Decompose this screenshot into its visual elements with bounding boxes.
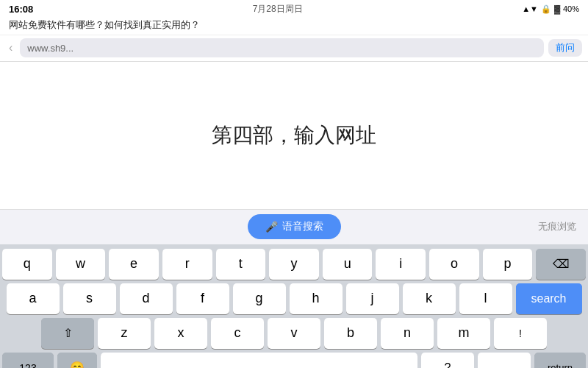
key-u[interactable]: u xyxy=(323,249,373,280)
keyboard-row-3: ⇧ z x c v b n m ! xyxy=(2,318,586,349)
page-title: 网站免费软件有哪些？如何找到真正实用的？ xyxy=(9,19,579,32)
keyboard-row-1: q w e r t y u i o p ⌫ xyxy=(2,249,586,280)
status-indicators: ▲▼ 🔒 ▓ 40% xyxy=(522,4,579,14)
numbers-key[interactable]: 123 xyxy=(2,353,54,368)
url-text: www.sh9... xyxy=(27,43,74,54)
incognito-label: 无痕浏览 xyxy=(538,220,576,233)
address-bar: ‹ www.sh9... 前问 xyxy=(0,35,588,62)
key-g[interactable]: g xyxy=(233,283,286,314)
emoji-key[interactable]: 😊 xyxy=(57,353,97,368)
key-z[interactable]: z xyxy=(98,318,151,349)
key-s[interactable]: s xyxy=(63,283,116,314)
battery-icon: ▓ xyxy=(554,4,560,13)
keyboard-row-4: 123 😊 ? . return xyxy=(2,353,586,368)
voice-search-button[interactable]: 🎤 语音搜索 xyxy=(248,214,341,239)
key-y[interactable]: y xyxy=(269,249,319,280)
voice-search-label: 语音搜索 xyxy=(282,220,323,233)
microphone-icon: 🎤 xyxy=(265,221,278,233)
return-key[interactable]: return xyxy=(534,353,586,368)
toolbar: 🎤 语音搜索 无痕浏览 xyxy=(0,209,588,244)
key-r[interactable]: r xyxy=(162,249,212,280)
key-i[interactable]: i xyxy=(376,249,426,280)
main-content: 第四部，输入网址 xyxy=(0,62,588,209)
key-h[interactable]: h xyxy=(290,283,343,314)
address-action-button[interactable]: 前问 xyxy=(548,39,582,57)
main-heading: 第四部，输入网址 xyxy=(212,121,376,149)
battery-label: 40% xyxy=(563,4,579,13)
key-n[interactable]: n xyxy=(381,318,434,349)
key-m[interactable]: m xyxy=(437,318,490,349)
question-key[interactable]: ? xyxy=(421,353,474,368)
key-w[interactable]: w xyxy=(56,249,106,280)
key-a[interactable]: a xyxy=(7,283,60,314)
delete-key[interactable]: ⌫ xyxy=(536,249,586,280)
lock-icon: 🔒 xyxy=(541,4,551,14)
period-key[interactable]: . xyxy=(478,353,531,368)
key-c[interactable]: c xyxy=(211,318,264,349)
key-exclamation[interactable]: ! xyxy=(494,318,547,349)
key-o[interactable]: o xyxy=(429,249,479,280)
shift-key[interactable]: ⇧ xyxy=(41,318,94,349)
key-l[interactable]: l xyxy=(459,283,512,314)
key-q[interactable]: q xyxy=(2,249,52,280)
key-x[interactable]: x xyxy=(154,318,207,349)
search-key[interactable]: search xyxy=(516,283,582,314)
back-button[interactable]: ‹ xyxy=(6,38,15,57)
key-k[interactable]: k xyxy=(403,283,456,314)
space-key[interactable] xyxy=(101,353,417,368)
signal-icon: ▲▼ xyxy=(522,4,538,13)
status-date: 7月28日周日 xyxy=(253,3,303,15)
key-d[interactable]: d xyxy=(120,283,173,314)
keyboard-row-2: a s d f g h j k l search xyxy=(2,283,586,314)
key-v[interactable]: v xyxy=(268,318,320,349)
key-f[interactable]: f xyxy=(176,283,229,314)
key-j[interactable]: j xyxy=(346,283,399,314)
status-time: 16:08 xyxy=(9,4,33,15)
status-bar: 16:08 7月28日周日 ▲▼ 🔒 ▓ 40% xyxy=(0,0,588,18)
keyboard: q w e r t y u i o p ⌫ a s d f g h j k l … xyxy=(0,244,588,368)
key-t[interactable]: t xyxy=(216,249,266,280)
key-e[interactable]: e xyxy=(109,249,159,280)
key-b[interactable]: b xyxy=(324,318,377,349)
url-input[interactable]: www.sh9... xyxy=(20,38,544,57)
key-p[interactable]: p xyxy=(483,249,533,280)
